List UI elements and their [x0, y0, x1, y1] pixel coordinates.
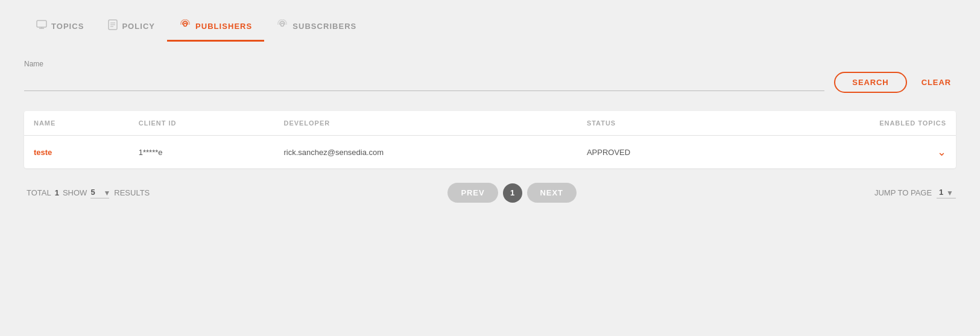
expand-topics-icon[interactable]: ⌄: [937, 146, 946, 158]
jump-to-page: JUMP TO PAGE 1 ▼: [874, 188, 953, 198]
col-client-id: CLIENT ID: [129, 111, 274, 136]
show-label: SHOW: [63, 188, 87, 197]
svg-point-8: [281, 24, 284, 27]
page-controls: PREV 1 NEXT: [447, 183, 576, 203]
pagination-info: TOTAL 1 SHOW 5 10 20 50 ▼ RESULTS: [27, 188, 150, 198]
publishers-icon: [179, 19, 191, 33]
svg-point-7: [184, 24, 187, 27]
policy-icon: [108, 19, 118, 33]
current-page-number[interactable]: 1: [503, 183, 522, 203]
tab-nav: TOPICS POLICY PUBLISHERS: [24, 12, 956, 42]
tab-publishers-label: PUBLISHERS: [195, 22, 252, 31]
table-row: teste 1*****e rick.sanchez@sensedia.com …: [24, 136, 956, 169]
subscribers-icon: [276, 19, 288, 33]
cell-developer: rick.sanchez@sensedia.com: [274, 136, 577, 169]
jump-select[interactable]: 1: [937, 188, 956, 198]
jump-to-page-label: JUMP TO PAGE: [874, 188, 932, 197]
cell-client-id: 1*****e: [129, 136, 274, 169]
total-count: 1: [55, 188, 59, 197]
clear-button[interactable]: CLEAR: [917, 73, 956, 92]
page-container: TOPICS POLICY PUBLISHERS: [0, 0, 980, 215]
search-row: SEARCH CLEAR: [24, 72, 956, 93]
tab-policy-label: POLICY: [122, 22, 155, 31]
pagination-row: TOTAL 1 SHOW 5 10 20 50 ▼ RESULTS PREV 1…: [24, 183, 956, 203]
results-table: NAME CLIENT ID DEVELOPER STATUS ENABLED …: [24, 111, 956, 168]
tab-topics-label: TOPICS: [51, 22, 84, 31]
tab-publishers[interactable]: PUBLISHERS: [167, 12, 264, 42]
prev-button[interactable]: PREV: [447, 183, 498, 203]
col-enabled-topics: ENABLED TOPICS: [737, 111, 956, 136]
name-label: Name: [24, 60, 956, 68]
total-label: TOTAL: [27, 188, 51, 197]
topics-icon: [36, 20, 47, 32]
results-label: RESULTS: [114, 188, 150, 197]
svg-rect-0: [37, 21, 46, 27]
tab-topics[interactable]: TOPICS: [24, 13, 96, 41]
table-header: NAME CLIENT ID DEVELOPER STATUS ENABLED …: [24, 111, 956, 136]
tab-subscribers-label: SUBSCRIBERS: [292, 22, 356, 31]
next-button[interactable]: NEXT: [527, 183, 577, 203]
show-select[interactable]: 5 10 20 50: [90, 188, 109, 198]
cell-enabled-topics[interactable]: ⌄: [737, 136, 956, 169]
show-select-wrap: 5 10 20 50 ▼: [90, 188, 110, 198]
search-input[interactable]: [24, 74, 824, 91]
col-developer: DEVELOPER: [274, 111, 577, 136]
jump-select-wrap: 1 ▼: [937, 188, 953, 198]
cell-status: APPROVED: [577, 136, 737, 169]
col-name: NAME: [24, 111, 129, 136]
tab-subscribers[interactable]: SUBSCRIBERS: [264, 12, 368, 42]
col-status: STATUS: [577, 111, 737, 136]
search-input-wrap: [24, 74, 824, 91]
cell-name[interactable]: teste: [24, 136, 129, 169]
results-table-wrap: NAME CLIENT ID DEVELOPER STATUS ENABLED …: [24, 111, 956, 168]
search-section: Name SEARCH CLEAR: [24, 54, 956, 105]
tab-policy[interactable]: POLICY: [96, 12, 167, 42]
table-body: teste 1*****e rick.sanchez@sensedia.com …: [24, 136, 956, 169]
search-button[interactable]: SEARCH: [834, 72, 906, 93]
